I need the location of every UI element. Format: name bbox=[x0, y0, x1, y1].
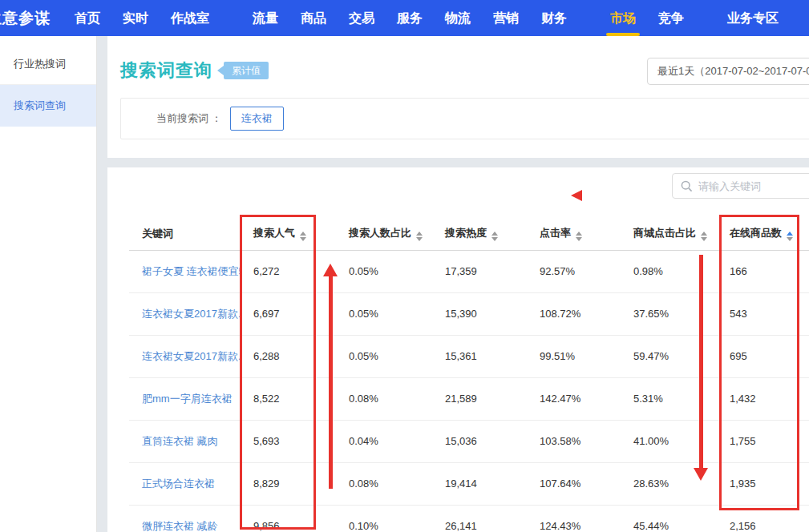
column-header-searcher-share[interactable]: 搜索人数占比 bbox=[336, 218, 432, 250]
page-header: 搜索词查询 累计值 最近1天（2017-07-02~2017-07-02） 当前… bbox=[107, 36, 809, 158]
cell-mall-click-share: 5.31% bbox=[621, 377, 717, 420]
nav-item-trade[interactable]: 交易 bbox=[338, 0, 386, 36]
nav-item-market[interactable]: 市场 bbox=[599, 0, 647, 36]
keyword-search-box[interactable] bbox=[672, 173, 809, 199]
table-row: 微胖连衣裙 减龄 9,856 0.10% 26,141 124.43% 45.4… bbox=[129, 505, 809, 532]
current-keyword-chip[interactable]: 连衣裙 bbox=[230, 107, 284, 131]
keyword-link[interactable]: 肥mm一字肩连衣裙 bbox=[129, 377, 241, 420]
table-row: 裙子女夏 连衣裙便宜5... 6,272 0.05% 17,359 92.57%… bbox=[129, 250, 809, 292]
nav-item-finance[interactable]: 财务 bbox=[530, 0, 578, 36]
cell-click-rate: 124.43% bbox=[527, 505, 621, 532]
date-range-picker[interactable]: 最近1天（2017-07-02~2017-07-02） bbox=[647, 58, 809, 85]
keyword-link[interactable]: 直筒连衣裙 藏肉 bbox=[129, 420, 241, 462]
table-row: 连衣裙女夏2017新款... 6,697 0.05% 15,390 108.72… bbox=[129, 292, 809, 335]
cell-search-heat: 17,359 bbox=[432, 250, 527, 292]
cell-search-heat: 19,414 bbox=[432, 462, 527, 505]
cell-search-popularity: 9,856 bbox=[241, 505, 336, 532]
sort-icon[interactable] bbox=[300, 232, 306, 241]
cell-online-products: 543 bbox=[717, 292, 809, 335]
column-header-search-heat[interactable]: 搜索热度 bbox=[432, 218, 527, 250]
sort-icon[interactable] bbox=[576, 232, 582, 241]
nav-item-war-room[interactable]: 作战室 bbox=[160, 0, 220, 36]
table-row: 连衣裙女夏2017新款... 6,288 0.05% 15,361 99.51%… bbox=[129, 335, 809, 377]
current-search-word-card: 当前搜索词 ： 连衣裙 bbox=[120, 98, 809, 139]
table-row: 直筒连衣裙 藏肉 5,693 0.04% 15,036 103.58% 41.0… bbox=[129, 420, 809, 462]
cell-search-popularity: 6,288 bbox=[241, 335, 336, 377]
search-icon bbox=[681, 180, 693, 192]
column-header-click-rate[interactable]: 点击率 bbox=[527, 218, 621, 250]
cell-online-products: 1,432 bbox=[717, 377, 809, 420]
sidebar: 行业热搜词 搜索词查询 bbox=[0, 36, 97, 532]
badge-label: 累计值 bbox=[224, 62, 269, 79]
cell-search-heat: 15,036 bbox=[432, 420, 527, 462]
keyword-link[interactable]: 连衣裙女夏2017新款... bbox=[129, 292, 241, 335]
cell-searcher-share: 0.08% bbox=[336, 377, 432, 420]
keyword-link[interactable]: 裙子女夏 连衣裙便宜5... bbox=[129, 250, 241, 292]
cell-search-heat: 15,361 bbox=[432, 335, 527, 377]
keyword-link[interactable]: 连衣裙女夏2017新款... bbox=[129, 335, 241, 377]
sidebar-item-search-word-query[interactable]: 搜索词查询 bbox=[0, 85, 96, 127]
nav-item-home[interactable]: 首页 bbox=[63, 0, 111, 36]
cell-search-popularity: 8,829 bbox=[241, 462, 336, 505]
cell-online-products: 1,755 bbox=[717, 420, 809, 462]
cell-searcher-share: 0.05% bbox=[336, 335, 432, 377]
brand-logo[interactable]: 生意参谋 bbox=[0, 8, 51, 29]
table-panel: 关键词 搜索人气 搜索人数占比 搜索热度 点击率 商城点击占比 在线商品数 裙子… bbox=[107, 167, 809, 532]
main-content: 搜索词查询 累计值 最近1天（2017-07-02~2017-07-02） 当前… bbox=[107, 36, 809, 532]
cell-mall-click-share: 59.47% bbox=[621, 335, 717, 377]
cell-click-rate: 142.47% bbox=[527, 377, 621, 420]
column-header-mall-click-share[interactable]: 商城点击占比 bbox=[621, 218, 717, 250]
sidebar-item-industry-hot-words[interactable]: 行业热搜词 bbox=[0, 43, 96, 85]
column-header-search-popularity[interactable]: 搜索人气 bbox=[241, 218, 336, 250]
top-nav: 生意参谋 首页 实时 作战室 流量 商品 交易 服务 物流 营销 财务 市场 竞… bbox=[0, 0, 809, 36]
cell-click-rate: 103.58% bbox=[527, 420, 621, 462]
cell-mall-click-share: 37.65% bbox=[621, 292, 717, 335]
keyword-link[interactable]: 正式场合连衣裙 bbox=[129, 462, 241, 505]
sort-icon[interactable] bbox=[701, 232, 707, 241]
table-header-row: 关键词 搜索人气 搜索人数占比 搜索热度 点击率 商城点击占比 在线商品数 bbox=[129, 218, 809, 250]
cell-click-rate: 99.51% bbox=[527, 335, 621, 377]
cell-searcher-share: 0.05% bbox=[336, 292, 432, 335]
cell-search-popularity: 8,522 bbox=[241, 377, 336, 420]
cell-search-popularity: 5,693 bbox=[241, 420, 336, 462]
cell-searcher-share: 0.08% bbox=[336, 462, 432, 505]
cell-mall-click-share: 28.63% bbox=[621, 462, 717, 505]
nav-item-products[interactable]: 商品 bbox=[289, 0, 338, 36]
cell-online-products: 1,935 bbox=[717, 462, 809, 505]
cell-searcher-share: 0.10% bbox=[336, 505, 432, 532]
section-divider bbox=[107, 158, 809, 167]
page-title: 搜索词查询 bbox=[120, 58, 212, 83]
nav-item-marketing[interactable]: 营销 bbox=[482, 0, 530, 36]
column-header-keyword: 关键词 bbox=[129, 218, 241, 250]
cell-online-products: 695 bbox=[717, 335, 809, 377]
cell-searcher-share: 0.05% bbox=[336, 250, 432, 292]
cell-mall-click-share: 0.98% bbox=[621, 250, 717, 292]
table-row: 正式场合连衣裙 8,829 0.08% 19,414 107.64% 28.63… bbox=[129, 462, 809, 505]
sort-icon-active-asc[interactable] bbox=[787, 232, 793, 241]
cell-search-popularity: 6,697 bbox=[241, 292, 336, 335]
cell-search-heat: 26,141 bbox=[432, 505, 527, 532]
cell-search-heat: 15,390 bbox=[432, 292, 527, 335]
cell-click-rate: 107.64% bbox=[527, 462, 621, 505]
nav-item-service[interactable]: 服务 bbox=[386, 0, 434, 36]
keyword-data-table: 关键词 搜索人气 搜索人数占比 搜索热度 点击率 商城点击占比 在线商品数 裙子… bbox=[129, 218, 809, 532]
cell-searcher-share: 0.04% bbox=[336, 420, 432, 462]
nav-item-competition[interactable]: 竞争 bbox=[647, 0, 695, 36]
nav-item-logistics[interactable]: 物流 bbox=[434, 0, 482, 36]
cell-search-heat: 21,589 bbox=[432, 377, 527, 420]
nav-item-business-zone[interactable]: 业务专区 bbox=[716, 0, 790, 36]
current-search-word-label: 当前搜索词 ： bbox=[156, 111, 222, 126]
sort-icon[interactable] bbox=[491, 232, 498, 241]
cell-mall-click-share: 45.44% bbox=[621, 505, 717, 532]
cell-search-popularity: 6,272 bbox=[241, 250, 336, 292]
nav-item-traffic[interactable]: 流量 bbox=[241, 0, 289, 36]
cumulative-badge: 累计值 bbox=[217, 62, 269, 79]
column-header-online-products[interactable]: 在线商品数 bbox=[717, 218, 809, 250]
table-row: 肥mm一字肩连衣裙 8,522 0.08% 21,589 142.47% 5.3… bbox=[129, 377, 809, 420]
cell-mall-click-share: 41.00% bbox=[621, 420, 717, 462]
badge-pointer-icon bbox=[217, 66, 224, 75]
keyword-search-input[interactable] bbox=[698, 180, 809, 192]
nav-item-realtime[interactable]: 实时 bbox=[111, 0, 160, 36]
sort-icon[interactable] bbox=[416, 232, 423, 241]
keyword-link[interactable]: 微胖连衣裙 减龄 bbox=[129, 505, 241, 532]
